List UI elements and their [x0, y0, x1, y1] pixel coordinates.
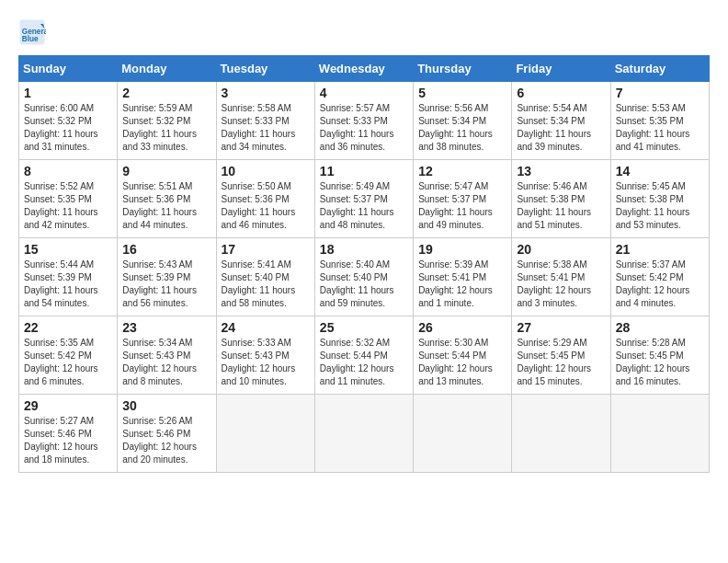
daylight-label: Daylight: 11 hours and 58 minutes.: [222, 285, 296, 308]
daylight-label: Daylight: 12 hours and 16 minutes.: [616, 363, 690, 386]
sunrise-label: Sunrise: 5:46 AM: [517, 181, 586, 191]
sunset-label: Sunset: 5:38 PM: [517, 194, 585, 204]
cell-info: Sunrise: 5:28 AM Sunset: 5:45 PM Dayligh…: [616, 337, 704, 388]
daylight-label: Daylight: 11 hours and 59 minutes.: [320, 285, 394, 308]
calendar-header-friday: Friday: [512, 56, 610, 82]
daylight-label: Daylight: 12 hours and 3 minutes.: [517, 285, 591, 308]
cell-info: Sunrise: 5:49 AM Sunset: 5:37 PM Dayligh…: [320, 180, 408, 232]
sunset-label: Sunset: 5:34 PM: [418, 116, 486, 126]
calendar-cell: 10 Sunrise: 5:50 AM Sunset: 5:36 PM Dayl…: [216, 160, 314, 238]
sunrise-label: Sunrise: 5:44 AM: [24, 259, 94, 270]
day-number: 5: [418, 86, 506, 100]
sunset-label: Sunset: 5:40 PM: [222, 272, 290, 282]
cell-info: Sunrise: 5:47 AM Sunset: 5:37 PM Dayligh…: [418, 180, 506, 232]
daylight-label: Daylight: 11 hours and 36 minutes.: [320, 129, 394, 152]
calendar-cell: 16 Sunrise: 5:43 AM Sunset: 5:39 PM Dayl…: [118, 238, 216, 316]
day-number: 13: [517, 164, 605, 178]
sunrise-label: Sunrise: 5:30 AM: [418, 338, 488, 348]
sunset-label: Sunset: 5:45 PM: [616, 350, 684, 361]
day-number: 24: [222, 320, 310, 335]
sunset-label: Sunset: 5:40 PM: [320, 272, 388, 282]
calendar-week-5: 29 Sunrise: 5:27 AM Sunset: 5:46 PM Dayl…: [19, 395, 710, 473]
calendar-cell: 1 Sunrise: 6:00 AM Sunset: 5:32 PM Dayli…: [19, 82, 118, 160]
sunset-label: Sunset: 5:42 PM: [24, 350, 92, 361]
daylight-label: Daylight: 12 hours and 1 minute.: [418, 285, 493, 308]
sunrise-label: Sunrise: 5:34 AM: [122, 338, 192, 348]
calendar-header-wednesday: Wednesday: [314, 56, 413, 82]
calendar-cell: 29 Sunrise: 5:27 AM Sunset: 5:46 PM Dayl…: [19, 395, 118, 473]
sunrise-label: Sunrise: 5:27 AM: [24, 416, 94, 426]
sunset-label: Sunset: 5:39 PM: [122, 272, 190, 282]
sunrise-label: Sunrise: 6:00 AM: [24, 103, 94, 113]
sunrise-label: Sunrise: 5:51 AM: [122, 181, 192, 191]
calendar-cell: 20 Sunrise: 5:38 AM Sunset: 5:41 PM Dayl…: [512, 238, 610, 316]
daylight-label: Daylight: 11 hours and 34 minutes.: [222, 129, 296, 152]
day-number: 10: [222, 164, 310, 178]
calendar-cell: 4 Sunrise: 5:57 AM Sunset: 5:33 PM Dayli…: [314, 82, 413, 160]
sunrise-label: Sunrise: 5:50 AM: [222, 181, 291, 191]
sunset-label: Sunset: 5:41 PM: [418, 272, 486, 282]
daylight-label: Daylight: 11 hours and 51 minutes.: [517, 207, 591, 230]
cell-info: Sunrise: 5:41 AM Sunset: 5:40 PM Dayligh…: [222, 259, 310, 310]
calendar-header-thursday: Thursday: [414, 56, 512, 82]
sunrise-label: Sunrise: 5:57 AM: [320, 103, 390, 113]
sunrise-label: Sunrise: 5:53 AM: [616, 103, 686, 113]
cell-info: Sunrise: 5:46 AM Sunset: 5:38 PM Dayligh…: [517, 180, 605, 232]
logo-icon: General Blue: [18, 18, 46, 46]
day-number: 4: [320, 86, 408, 100]
cell-info: Sunrise: 5:54 AM Sunset: 5:34 PM Dayligh…: [517, 102, 605, 154]
calendar-cell: 7 Sunrise: 5:53 AM Sunset: 5:35 PM Dayli…: [610, 82, 709, 160]
daylight-label: Daylight: 11 hours and 46 minutes.: [222, 207, 296, 230]
day-number: 22: [24, 320, 112, 335]
calendar-cell: [512, 395, 610, 473]
sunrise-label: Sunrise: 5:41 AM: [222, 259, 291, 270]
calendar-cell: 3 Sunrise: 5:58 AM Sunset: 5:33 PM Dayli…: [216, 82, 314, 160]
daylight-label: Daylight: 11 hours and 48 minutes.: [320, 207, 394, 230]
cell-info: Sunrise: 5:38 AM Sunset: 5:41 PM Dayligh…: [517, 259, 605, 310]
sunrise-label: Sunrise: 5:32 AM: [320, 338, 390, 348]
daylight-label: Daylight: 12 hours and 6 minutes.: [24, 363, 98, 386]
calendar-cell: 13 Sunrise: 5:46 AM Sunset: 5:38 PM Dayl…: [512, 160, 610, 238]
calendar-cell: [216, 395, 314, 473]
daylight-label: Daylight: 11 hours and 38 minutes.: [418, 129, 493, 152]
calendar-cell: 17 Sunrise: 5:41 AM Sunset: 5:40 PM Dayl…: [216, 238, 314, 316]
daylight-label: Daylight: 11 hours and 54 minutes.: [24, 285, 98, 308]
calendar-cell: 8 Sunrise: 5:52 AM Sunset: 5:35 PM Dayli…: [19, 160, 118, 238]
calendar-cell: 12 Sunrise: 5:47 AM Sunset: 5:37 PM Dayl…: [414, 160, 512, 238]
sunset-label: Sunset: 5:37 PM: [418, 194, 486, 204]
calendar-cell: 11 Sunrise: 5:49 AM Sunset: 5:37 PM Dayl…: [314, 160, 413, 238]
day-number: 9: [122, 164, 210, 178]
sunrise-label: Sunrise: 5:54 AM: [517, 103, 586, 113]
daylight-label: Daylight: 11 hours and 49 minutes.: [418, 207, 493, 230]
day-number: 18: [320, 242, 408, 257]
day-number: 17: [222, 242, 310, 257]
cell-info: Sunrise: 5:56 AM Sunset: 5:34 PM Dayligh…: [418, 102, 506, 154]
daylight-label: Daylight: 11 hours and 56 minutes.: [122, 285, 197, 308]
calendar-cell: 18 Sunrise: 5:40 AM Sunset: 5:40 PM Dayl…: [314, 238, 413, 316]
day-number: 21: [616, 242, 704, 257]
cell-info: Sunrise: 5:50 AM Sunset: 5:36 PM Dayligh…: [222, 180, 310, 232]
calendar-cell: 30 Sunrise: 5:26 AM Sunset: 5:46 PM Dayl…: [118, 395, 216, 473]
sunset-label: Sunset: 5:45 PM: [517, 350, 585, 361]
sunset-label: Sunset: 5:35 PM: [24, 194, 92, 204]
calendar-cell: [414, 395, 512, 473]
cell-info: Sunrise: 5:35 AM Sunset: 5:42 PM Dayligh…: [24, 337, 112, 388]
sunrise-label: Sunrise: 5:45 AM: [616, 181, 686, 191]
calendar-cell: 28 Sunrise: 5:28 AM Sunset: 5:45 PM Dayl…: [610, 316, 709, 395]
calendar-cell: 26 Sunrise: 5:30 AM Sunset: 5:44 PM Dayl…: [414, 316, 512, 395]
sunset-label: Sunset: 5:43 PM: [222, 350, 290, 361]
sunset-label: Sunset: 5:37 PM: [320, 194, 388, 204]
sunrise-label: Sunrise: 5:28 AM: [616, 338, 686, 348]
sunrise-label: Sunrise: 5:29 AM: [517, 338, 586, 348]
sunset-label: Sunset: 5:35 PM: [616, 116, 684, 126]
daylight-label: Daylight: 12 hours and 18 minutes.: [24, 442, 98, 465]
calendar-cell: 23 Sunrise: 5:34 AM Sunset: 5:43 PM Dayl…: [118, 316, 216, 395]
day-number: 27: [517, 320, 605, 335]
daylight-label: Daylight: 11 hours and 39 minutes.: [517, 129, 591, 152]
daylight-label: Daylight: 11 hours and 44 minutes.: [122, 207, 197, 230]
calendar-header-tuesday: Tuesday: [216, 56, 314, 82]
day-number: 30: [122, 398, 210, 413]
day-number: 16: [122, 242, 210, 257]
sunset-label: Sunset: 5:42 PM: [616, 272, 684, 282]
day-number: 15: [24, 242, 112, 257]
